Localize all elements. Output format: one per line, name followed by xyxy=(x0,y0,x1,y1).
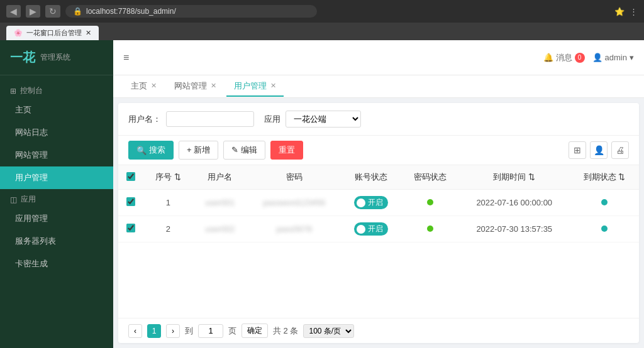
table-row: 2 user002 pass5678 开启 xyxy=(118,216,639,242)
sidebar-item-website[interactable]: 网站管理 xyxy=(0,144,113,166)
app-header: ≡ 🔔 消息 0 👤 admin ▾ xyxy=(113,40,644,75)
row1-password-status xyxy=(401,190,458,216)
sidebar-item-home[interactable]: 主页 xyxy=(0,99,113,121)
back-button[interactable]: ◀ xyxy=(6,5,21,18)
app-filter: 应用 一花公端 xyxy=(264,111,361,128)
tab-home[interactable]: 主页 ✕ xyxy=(123,77,164,97)
row1-toggle[interactable]: 开启 xyxy=(354,196,388,209)
sidebar-item-cardkey[interactable]: 卡密生成 xyxy=(0,253,113,275)
list-view-button[interactable]: 👤 xyxy=(590,141,608,159)
print-button[interactable]: 🖨 xyxy=(611,141,629,159)
row1-username: user001 xyxy=(193,190,247,216)
header-right: 🔔 消息 0 👤 admin ▾ xyxy=(543,52,634,63)
forward-button[interactable]: ▶ xyxy=(26,5,40,18)
hamburger-icon: ≡ xyxy=(123,52,129,63)
tab-users-label: 用户管理 xyxy=(234,80,267,92)
select-all-checkbox[interactable] xyxy=(126,172,135,181)
content-area: 用户名： 应用 一花公端 🔍 搜索 xyxy=(118,103,639,343)
sidebar-item-app-manage[interactable]: 应用管理 xyxy=(0,207,113,230)
row2-checkbox[interactable] xyxy=(126,224,135,232)
refresh-button[interactable]: ↻ xyxy=(45,5,60,18)
app-wrapper: 一花 管理系统 ⊞ 控制台 主页 网站日志 网站管理 用户管理 ◫ 应用 应用管… xyxy=(0,40,644,348)
table-wrapper: 序号 ⇅ 用户名 密码 账号状态 密码状态 到期时间 ⇅ 到期状态 ⇅ xyxy=(118,165,639,318)
tab-favicon: 🌸 xyxy=(14,29,23,37)
browser-icon-2[interactable]: ⋮ xyxy=(630,7,638,16)
message-badge: 0 xyxy=(575,53,585,63)
row2-expire-status xyxy=(570,216,639,242)
sidebar-item-logs[interactable]: 网站日志 xyxy=(0,121,113,144)
row2-username: user002 xyxy=(193,216,247,242)
prev-page-button[interactable]: ‹ xyxy=(128,324,142,338)
row2-password-dot xyxy=(427,226,433,232)
username-label: 用户名： xyxy=(128,114,161,125)
logo-main-text: 一花 xyxy=(10,49,35,66)
row1-expire-time: 2022-07-16 00:00:00 xyxy=(459,190,570,216)
next-page-button[interactable]: › xyxy=(166,324,180,338)
sidebar-item-users[interactable]: 用户管理 xyxy=(0,166,113,189)
app-label: 应用 xyxy=(264,114,280,125)
total-label: 共 2 条 xyxy=(273,325,298,337)
menu-toggle-button[interactable]: ≡ xyxy=(123,52,129,63)
user-menu-button[interactable]: 👤 admin ▾ xyxy=(592,53,634,62)
row1-toggle-circle xyxy=(357,198,365,207)
browser-toolbar: ⭐ ⋮ xyxy=(614,7,638,16)
tab-close-icon[interactable]: ✕ xyxy=(86,29,91,37)
tab-website[interactable]: 网站管理 ✕ xyxy=(167,77,224,97)
dashboard-icon: ⊞ xyxy=(10,87,16,95)
header-account-status: 账号状态 xyxy=(341,165,401,190)
edit-button[interactable]: ✎ 编辑 xyxy=(223,141,265,160)
header-password: 密码 xyxy=(247,165,341,190)
tab-website-close-icon[interactable]: ✕ xyxy=(211,82,216,90)
section-apps: ◫ 应用 xyxy=(0,189,113,207)
address-bar[interactable]: 🔒 localhost:7788/sub_admin/ xyxy=(65,5,317,18)
row2-status: 开启 xyxy=(341,216,401,242)
browser-icon-1[interactable]: ⭐ xyxy=(614,7,625,16)
table-body: 1 user001 password123456 开启 xyxy=(118,190,639,242)
tab-users-close-icon[interactable]: ✕ xyxy=(270,82,276,90)
row2-checkbox-cell xyxy=(118,216,143,242)
browser-tab-bar: 🌸 一花窗口后台管理 ✕ xyxy=(0,23,644,40)
add-button[interactable]: + 新增 xyxy=(179,141,218,160)
browser-tab-title: 一花窗口后台管理 xyxy=(26,28,82,38)
username-input[interactable] xyxy=(166,111,254,127)
tab-users[interactable]: 用户管理 ✕ xyxy=(226,77,284,97)
goto-label: 到 xyxy=(185,325,193,337)
table-row: 1 user001 password123456 开启 xyxy=(118,190,639,216)
lock-icon: 🔒 xyxy=(73,7,82,16)
row1-status: 开启 xyxy=(341,190,401,216)
page-tabs: 主页 ✕ 网站管理 ✕ 用户管理 ✕ xyxy=(113,75,644,98)
app-select[interactable]: 一花公端 xyxy=(286,111,361,128)
row1-password: password123456 xyxy=(247,190,341,216)
pagination: ‹ 1 › 到 页 确定 共 2 条 100 条/页 50 条/页 20 条/页 xyxy=(118,318,639,343)
list-icon: 👤 xyxy=(594,145,604,155)
logo-sub-text: 管理系统 xyxy=(40,52,70,63)
search-icon: 🔍 xyxy=(136,146,147,155)
address-text: localhost:7788/sub_admin/ xyxy=(86,7,176,16)
row1-checkbox[interactable] xyxy=(126,197,135,206)
page-size-select[interactable]: 100 条/页 50 条/页 20 条/页 xyxy=(303,324,354,338)
toolbar-right: ⊞ 👤 🖨 xyxy=(569,141,629,159)
row2-password-status xyxy=(401,216,458,242)
browser-chrome: ◀ ▶ ↻ 🔒 localhost:7788/sub_admin/ ⭐ ⋮ xyxy=(0,0,644,23)
page-1-button[interactable]: 1 xyxy=(147,324,161,338)
page-goto-input[interactable] xyxy=(198,324,223,338)
toolbar-left: 🔍 搜索 + 新增 ✎ 编辑 重置 xyxy=(128,141,303,160)
row2-toggle-circle xyxy=(357,225,365,234)
header-username: 用户名 xyxy=(193,165,247,190)
row2-toggle[interactable]: 开启 xyxy=(354,222,388,236)
header-id: 序号 ⇅ xyxy=(143,165,193,190)
section-apps-label: 应用 xyxy=(21,194,36,205)
grid-icon: ⊞ xyxy=(574,145,581,155)
grid-view-button[interactable]: ⊞ xyxy=(569,141,586,159)
row1-expire-dot xyxy=(601,199,608,205)
tab-home-close-icon[interactable]: ✕ xyxy=(151,82,157,90)
sidebar-item-servers[interactable]: 服务器列表 xyxy=(0,230,113,253)
header-expire-status: 到期状态 ⇅ xyxy=(570,165,639,190)
edit-label: ✎ 编辑 xyxy=(231,144,257,156)
page-confirm-button[interactable]: 确定 xyxy=(242,324,268,338)
search-button[interactable]: 🔍 搜索 xyxy=(128,141,174,160)
browser-tab[interactable]: 🌸 一花窗口后台管理 ✕ xyxy=(6,26,99,40)
message-button[interactable]: 🔔 消息 0 xyxy=(543,52,585,63)
delete-button[interactable]: 重置 xyxy=(270,141,303,160)
header-expire-time: 到期时间 ⇅ xyxy=(459,165,570,190)
